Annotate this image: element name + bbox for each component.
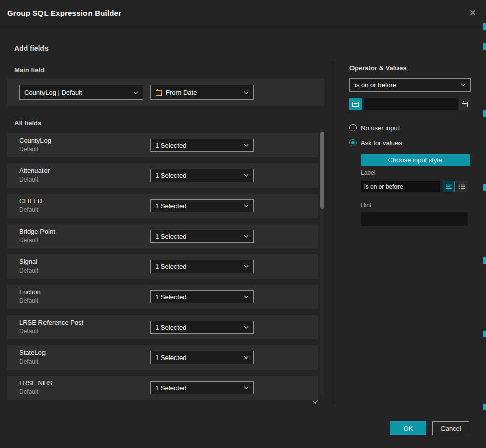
label-caption: Label xyxy=(361,169,375,176)
chevron-down-icon xyxy=(244,91,249,94)
field-row: LRSE Reference Post Default 1 Selected xyxy=(7,315,318,339)
calendar-icon xyxy=(155,89,162,96)
field-row: CLIFED Default 1 Selected xyxy=(7,194,318,218)
radio-icon xyxy=(349,139,357,146)
field-values-dropdown[interactable]: 1 Selected xyxy=(150,290,254,303)
field-row: Bridge Point Default 1 Selected xyxy=(7,224,318,248)
field-values-dropdown[interactable]: 1 Selected xyxy=(150,139,254,152)
scrollbar[interactable] xyxy=(320,129,324,396)
input-style-textbox-toggle[interactable] xyxy=(443,181,455,192)
field-row: LRSE NHS Default 1 Selected xyxy=(7,376,318,400)
date-field-dropdown[interactable]: From Date xyxy=(150,85,254,100)
field-values-dropdown[interactable]: 1 Selected xyxy=(150,351,254,364)
close-button[interactable]: ✕ xyxy=(467,7,479,19)
field-list-icon xyxy=(352,101,359,108)
dialog-title: Group SQL Expression Builder xyxy=(7,0,121,26)
field-row: CountyLog Default 1 Selected xyxy=(7,133,318,157)
chevron-down-icon xyxy=(244,386,249,389)
radio-label: No user input xyxy=(361,124,400,132)
chevron-down-icon xyxy=(244,326,249,329)
edge-accent-mark xyxy=(483,257,486,264)
all-fields-label: All fields xyxy=(14,119,41,127)
value-input[interactable] xyxy=(364,98,458,110)
field-sublabel: Default xyxy=(19,297,38,304)
field-values-dropdown[interactable]: 1 Selected xyxy=(150,321,254,334)
radio-no-user-input[interactable]: No user input xyxy=(349,124,400,132)
list-icon xyxy=(458,184,465,190)
chevron-down-icon xyxy=(244,204,249,207)
edge-accent-mark xyxy=(483,184,486,191)
operator-dropdown[interactable]: is on or before xyxy=(349,78,471,92)
chevron-down-icon xyxy=(244,265,249,268)
field-values-dropdown-value: 1 Selected xyxy=(155,354,240,362)
layer-dropdown-value: CountyLog | Default xyxy=(24,88,129,96)
field-values-dropdown-value: 1 Selected xyxy=(155,384,240,392)
choose-input-style-button[interactable]: Choose input style xyxy=(361,154,470,166)
field-values-dropdown-value: 1 Selected xyxy=(155,324,240,331)
cancel-button[interactable]: Cancel xyxy=(432,421,469,435)
edge-accent-mark xyxy=(483,110,486,117)
label-input[interactable] xyxy=(361,181,440,192)
chevron-down-icon xyxy=(461,83,466,86)
operator-values-heading: Operator & Values xyxy=(349,64,407,72)
field-row: Attenuator Default 1 Selected xyxy=(7,163,318,188)
field-values-dropdown-value: 1 Selected xyxy=(155,202,240,210)
field-name: CountyLog xyxy=(19,137,51,144)
chevron-down-icon xyxy=(244,144,249,147)
field-values-dropdown-value: 1 Selected xyxy=(155,233,240,240)
field-values-dropdown[interactable]: 1 Selected xyxy=(150,381,254,394)
hint-input[interactable] xyxy=(361,212,468,226)
field-name: Signal xyxy=(19,258,37,265)
add-fields-heading: Add fields xyxy=(14,44,49,52)
field-row: Signal Default 1 Selected xyxy=(7,254,318,279)
group-sql-expression-builder-dialog: Group SQL Expression Builder ✕ Add field… xyxy=(0,0,486,448)
calendar-icon xyxy=(461,101,468,108)
chevron-down-icon xyxy=(312,400,318,404)
ok-button[interactable]: OK xyxy=(390,421,426,435)
title-bar: Group SQL Expression Builder ✕ xyxy=(0,0,486,26)
field-values-dropdown[interactable]: 1 Selected xyxy=(150,260,254,273)
field-sublabel: Default xyxy=(19,206,38,213)
scrollbar-thumb[interactable] xyxy=(320,132,324,209)
radio-ask-for-values[interactable]: Ask for values xyxy=(349,139,402,147)
calendar-button[interactable] xyxy=(459,98,471,110)
field-sublabel: Default xyxy=(19,388,38,395)
scroll-down-button[interactable] xyxy=(312,398,319,403)
field-sublabel: Default xyxy=(19,358,38,365)
layer-dropdown[interactable]: CountyLog | Default xyxy=(19,85,143,100)
field-row: StateLog Default 1 Selected xyxy=(7,345,318,370)
field-name: StateLog xyxy=(19,349,46,356)
field-sublabel: Default xyxy=(19,237,38,244)
chevron-down-icon xyxy=(133,91,138,94)
chevron-down-icon xyxy=(244,174,249,177)
field-name: CLIFED xyxy=(19,197,42,205)
chevron-down-icon xyxy=(244,235,249,238)
field-name: Bridge Point xyxy=(19,228,55,235)
edge-accent-mark xyxy=(483,23,486,30)
field-name: Attenuator xyxy=(19,167,50,174)
field-sublabel: Default xyxy=(19,176,38,183)
all-fields-list: CountyLog Default 1 Selected Attenuator … xyxy=(7,133,318,406)
text-lines-icon xyxy=(445,184,452,190)
field-values-dropdown-value: 1 Selected xyxy=(155,142,240,149)
date-field-dropdown-value: From Date xyxy=(166,88,240,96)
field-values-dropdown[interactable]: 1 Selected xyxy=(150,199,254,212)
close-icon: ✕ xyxy=(469,8,476,18)
edge-accent-mark xyxy=(483,331,486,337)
operator-dropdown-value: is on or before xyxy=(355,81,457,89)
field-name: LRSE Reference Post xyxy=(19,319,83,326)
main-field-panel: CountyLog | Default From Date xyxy=(7,78,324,106)
hint-caption: Hint xyxy=(361,202,371,209)
edge-accent-mark xyxy=(483,404,486,410)
set-from-field-button[interactable] xyxy=(349,98,362,110)
field-values-dropdown-value: 1 Selected xyxy=(155,263,240,271)
main-field-label: Main field xyxy=(14,66,45,74)
field-values-dropdown[interactable]: 1 Selected xyxy=(150,169,254,182)
field-row: Friction Default 1 Selected xyxy=(7,285,318,309)
field-values-dropdown-value: 1 Selected xyxy=(155,172,240,180)
edge-accent-mark xyxy=(483,43,486,50)
field-values-dropdown[interactable]: 1 Selected xyxy=(150,230,254,243)
radio-label: Ask for values xyxy=(361,139,402,147)
input-style-list-toggle[interactable] xyxy=(456,181,468,192)
field-name: Friction xyxy=(19,288,41,296)
